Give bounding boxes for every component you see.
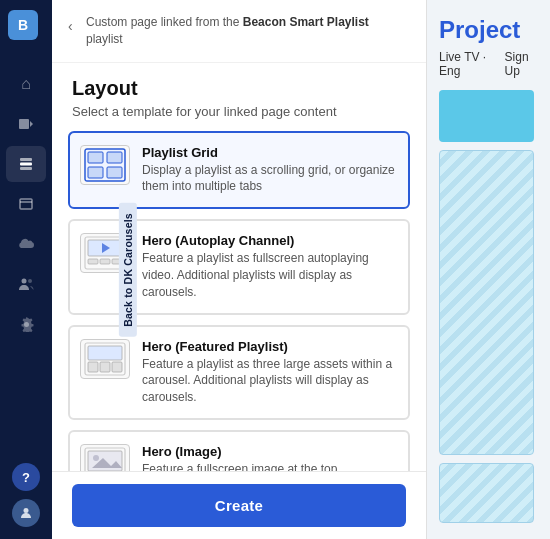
hero-featured-title: Hero (Featured Playlist) [142, 339, 398, 354]
svg-rect-13 [88, 167, 103, 178]
playlist-grid-icon [80, 145, 130, 185]
svg-rect-3 [20, 163, 32, 166]
nav-link-live-tv[interactable]: Live TV · Eng [439, 50, 489, 80]
hero-image-icon [80, 444, 130, 471]
hero-featured-desc: Feature a playlist as three large assets… [142, 356, 398, 406]
preview-header: Project Live TV · Eng Sign Up [439, 16, 534, 80]
preview-grid-area [439, 150, 534, 455]
panel-subtitle: Select a template for your linked page c… [52, 104, 426, 131]
option-hero-featured[interactable]: Hero (Featured Playlist) Feature a playl… [68, 325, 410, 420]
panel-header: ‹ Custom page linked from the Beacon Sma… [52, 0, 426, 63]
playlist-grid-content: Playlist Grid Display a playlist as a sc… [142, 145, 398, 196]
create-button[interactable]: Create [72, 484, 406, 527]
options-list: Playlist Grid Display a playlist as a sc… [52, 131, 426, 471]
svg-rect-2 [20, 158, 32, 161]
option-hero-autoplay[interactable]: Hero (Autoplay Channel) Feature a playli… [68, 219, 410, 314]
breadcrumb-suffix: playlist [86, 32, 123, 46]
svg-rect-18 [88, 259, 98, 264]
hero-autoplay-content: Hero (Autoplay Channel) Feature a playli… [142, 233, 398, 300]
svg-point-7 [22, 279, 27, 284]
user-avatar[interactable] [12, 499, 40, 527]
preview-title: Project [439, 16, 534, 44]
modal-panel: ‹ Custom page linked from the Beacon Sma… [52, 0, 427, 539]
app-logo[interactable]: B [8, 10, 38, 40]
svg-rect-25 [112, 362, 122, 372]
svg-rect-23 [88, 362, 98, 372]
hero-image-content: Hero (Image) Feature a fullscreen image … [142, 444, 398, 471]
hero-autoplay-icon [80, 233, 130, 273]
sidebar-item-layers[interactable] [6, 146, 46, 182]
preview-panel: Project Live TV · Eng Sign Up [427, 0, 550, 539]
hero-featured-content: Hero (Featured Playlist) Feature a playl… [142, 339, 398, 406]
svg-rect-22 [88, 346, 122, 360]
panel-footer: Create [52, 471, 426, 539]
option-hero-image[interactable]: Hero (Image) Feature a fullscreen image … [68, 430, 410, 471]
preview-content [439, 90, 534, 523]
help-button[interactable]: ? [12, 463, 40, 491]
svg-point-9 [24, 508, 29, 513]
playlist-grid-desc: Display a playlist as a scrolling grid, … [142, 162, 398, 196]
main-wrapper: Back to DK Carousels ‹ Custom page linke… [52, 0, 550, 539]
svg-rect-24 [100, 362, 110, 372]
preview-hero-bar [439, 90, 534, 142]
nav-link-sign-up[interactable]: Sign Up [505, 50, 534, 80]
svg-point-8 [28, 279, 32, 283]
sidebar-header: B [0, 0, 52, 50]
svg-rect-5 [20, 199, 32, 209]
option-playlist-grid[interactable]: Playlist Grid Display a playlist as a sc… [68, 131, 410, 210]
back-button[interactable]: ‹ [62, 16, 79, 36]
hero-autoplay-title: Hero (Autoplay Channel) [142, 233, 398, 248]
svg-rect-11 [88, 152, 103, 163]
svg-rect-12 [107, 152, 122, 163]
svg-rect-19 [100, 259, 110, 264]
sidebar-item-home[interactable]: ⌂ [6, 66, 46, 102]
preview-nav: Live TV · Eng Sign Up [439, 50, 534, 80]
playlist-grid-title: Playlist Grid [142, 145, 398, 160]
hero-image-desc: Feature a fullscreen image at the top [142, 461, 398, 471]
sidebar-item-settings[interactable] [6, 306, 46, 342]
svg-rect-4 [20, 167, 32, 170]
sidebar-item-users[interactable] [6, 266, 46, 302]
hero-image-title: Hero (Image) [142, 444, 398, 459]
sidebar-item-window[interactable] [6, 186, 46, 222]
sidebar-bottom: ? [12, 463, 40, 539]
sidebar-nav: ⌂ [6, 50, 46, 463]
breadcrumb-bold: Beacon Smart Playlist [243, 15, 369, 29]
breadcrumb: Custom page linked from the Beacon Smart… [86, 14, 406, 48]
svg-point-28 [93, 455, 99, 461]
sidebar: B ⌂ ? [0, 0, 52, 539]
hero-autoplay-desc: Feature a playlist as fullscreen autopla… [142, 250, 398, 300]
svg-marker-1 [30, 121, 33, 127]
breadcrumb-prefix: Custom page linked from the [86, 15, 239, 29]
sidebar-item-video[interactable] [6, 106, 46, 142]
hero-featured-icon [80, 339, 130, 379]
sidebar-item-cloud[interactable] [6, 226, 46, 262]
svg-rect-20 [112, 259, 122, 264]
panel-title: Layout [52, 63, 426, 104]
preview-small-area [439, 463, 534, 523]
svg-rect-14 [107, 167, 122, 178]
svg-rect-0 [19, 119, 29, 129]
